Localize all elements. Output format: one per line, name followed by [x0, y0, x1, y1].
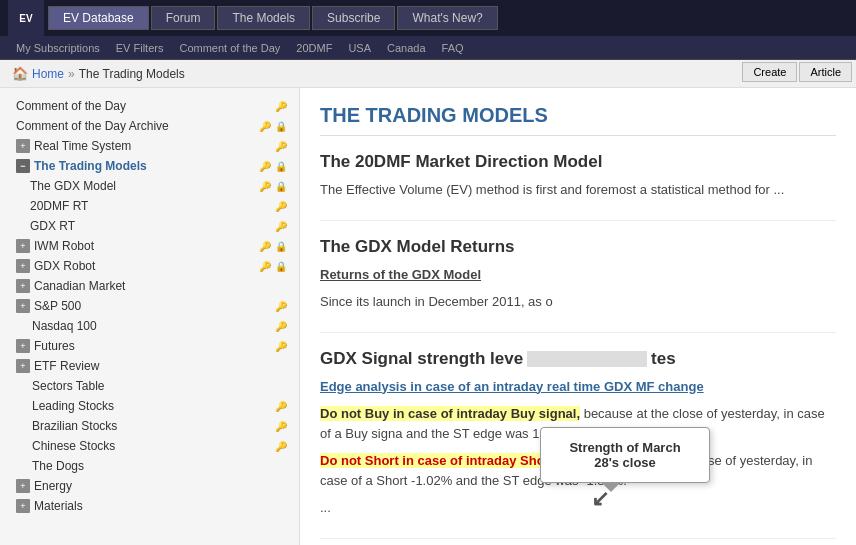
- nav-tab-whats-new[interactable]: What's New?: [397, 6, 497, 30]
- sub-nav-comment-of-day[interactable]: Comment of the Day: [171, 42, 288, 54]
- sub-nav-canada[interactable]: Canada: [379, 42, 434, 54]
- sidebar-item-leading-stocks[interactable]: Leading Stocks 🔑: [0, 396, 299, 416]
- key-icon-9: 🔑: [259, 261, 271, 272]
- expand-icon-can[interactable]: +: [16, 279, 30, 293]
- sidebar-item-sectors-table[interactable]: Sectors Table: [0, 376, 299, 396]
- nav-tab-the-models[interactable]: The Models: [217, 6, 310, 30]
- sidebar-item-energy[interactable]: + Energy: [0, 476, 299, 496]
- expand-icon-energy[interactable]: +: [16, 479, 30, 493]
- callout-text: Strength of March 28's close: [569, 440, 680, 470]
- ellipsis-text: ...: [320, 498, 836, 518]
- lock-icon-3: 🔒: [275, 181, 287, 192]
- energy-label: Energy: [34, 479, 287, 493]
- nav-tab-subscribe[interactable]: Subscribe: [312, 6, 395, 30]
- lock-icon-5: 🔒: [275, 261, 287, 272]
- sidebar-item-futures[interactable]: + Futures 🔑: [0, 336, 299, 356]
- sidebar-item-etf-review[interactable]: + ETF Review: [0, 356, 299, 376]
- nasdaq-label: Nasdaq 100: [16, 319, 271, 333]
- gdx-model-label: The GDX Model: [30, 179, 255, 193]
- sidebar-item-comment-of-day[interactable]: Comment of the Day 🔑: [0, 96, 299, 116]
- content-area: THE TRADING MODELS The 20DMF Market Dire…: [300, 88, 856, 545]
- section2-heading: The GDX Model Returns: [320, 237, 836, 257]
- sidebar: Comment of the Day 🔑 Comment of the Day …: [0, 88, 300, 545]
- key-icon-12: 🔑: [275, 341, 287, 352]
- key-icon-11: 🔑: [275, 321, 287, 332]
- sidebar-item-materials[interactable]: + Materials: [0, 496, 299, 516]
- sidebar-item-real-time-system[interactable]: + Real Time System 🔑: [0, 136, 299, 156]
- sidebar-item-brazilian-stocks[interactable]: Brazilian Stocks 🔑: [0, 416, 299, 436]
- sidebar-item-comment-archive[interactable]: Comment of the Day Archive 🔑 🔒: [0, 116, 299, 136]
- sub-nav-faq[interactable]: FAQ: [434, 42, 472, 54]
- expand-icon-iwm[interactable]: +: [16, 239, 30, 253]
- expand-icon-etf[interactable]: +: [16, 359, 30, 373]
- materials-label: Materials: [34, 499, 287, 513]
- breadcrumb-home[interactable]: Home: [32, 67, 64, 81]
- expand-icon-sp500[interactable]: +: [16, 299, 30, 313]
- key-icon-8: 🔑: [259, 241, 271, 252]
- futures-label: Futures: [34, 339, 271, 353]
- sub-nav-usa[interactable]: USA: [340, 42, 379, 54]
- create-button[interactable]: Create: [742, 62, 797, 82]
- leading-label: Leading Stocks: [16, 399, 271, 413]
- sub-navigation: My Subscriptions EV Filters Comment of t…: [0, 36, 856, 60]
- main-layout: Comment of the Day 🔑 Comment of the Day …: [0, 88, 856, 545]
- comment-day-label: Comment of the Day: [16, 99, 271, 113]
- page-title: THE TRADING MODELS: [320, 104, 836, 136]
- gdx-rt-label: GDX RT: [30, 219, 271, 233]
- nav-tab-ev-database[interactable]: EV Database: [48, 6, 149, 30]
- lock-icon-4: 🔒: [275, 241, 287, 252]
- sidebar-item-sp500[interactable]: + S&P 500 🔑: [0, 296, 299, 316]
- sidebar-item-20dmf-rt[interactable]: 20DMF RT 🔑: [0, 196, 299, 216]
- callout-box: Strength of March 28's close ↙: [540, 427, 710, 483]
- key-icon-13: 🔑: [275, 401, 287, 412]
- sp500-label: S&P 500: [34, 299, 271, 313]
- lock-icon-2: 🔒: [275, 161, 287, 172]
- comment-archive-label: Comment of the Day Archive: [16, 119, 255, 133]
- sub-nav-ev-filters[interactable]: EV Filters: [108, 42, 172, 54]
- section1-heading: The 20DMF Market Direction Model: [320, 152, 836, 172]
- key-icon-2: 🔑: [259, 121, 271, 132]
- key-icon-4: 🔑: [259, 161, 271, 172]
- expand-icon-gdxr[interactable]: +: [16, 259, 30, 273]
- key-icon-15: 🔑: [275, 441, 287, 452]
- section-gdx-returns: The GDX Model Returns Returns of the GDX…: [320, 237, 836, 333]
- sidebar-item-chinese-stocks[interactable]: Chinese Stocks 🔑: [0, 436, 299, 456]
- no-buy-highlight: Do not Buy in case of intraday Buy signa…: [320, 406, 580, 421]
- top-navigation: EV EV Database Forum The Models Subscrib…: [0, 0, 856, 36]
- sidebar-item-iwm-robot[interactable]: + IWM Robot 🔑 🔒: [0, 236, 299, 256]
- expand-icon-tm[interactable]: −: [16, 159, 30, 173]
- 20dmf-rt-label: 20DMF RT: [30, 199, 271, 213]
- sidebar-item-the-dogs[interactable]: The Dogs: [0, 456, 299, 476]
- tm-label: The Trading Models: [34, 159, 255, 173]
- key-icon-6: 🔑: [275, 201, 287, 212]
- breadcrumb-current: The Trading Models: [79, 67, 185, 81]
- breadcrumb-sep: »: [68, 67, 75, 81]
- sidebar-item-nasdaq100[interactable]: Nasdaq 100 🔑: [0, 316, 299, 336]
- section1-body: The Effective Volume (EV) method is firs…: [320, 180, 836, 200]
- chinese-label: Chinese Stocks: [16, 439, 271, 453]
- logo: EV: [8, 0, 44, 36]
- section2-subheading[interactable]: Returns of the GDX Model: [320, 265, 836, 285]
- sidebar-item-gdx-model[interactable]: The GDX Model 🔑 🔒: [0, 176, 299, 196]
- sub-nav-20dmf[interactable]: 20DMF: [288, 42, 340, 54]
- section2-body: Since its launch in December 2011, as o: [320, 292, 836, 312]
- sidebar-item-canadian-market[interactable]: + Canadian Market: [0, 276, 299, 296]
- lock-icon: 🔒: [275, 121, 287, 132]
- article-button[interactable]: Article: [799, 62, 852, 82]
- sidebar-item-trading-models[interactable]: − The Trading Models 🔑 🔒: [0, 156, 299, 176]
- sidebar-item-gdx-robot[interactable]: + GDX Robot 🔑 🔒: [0, 256, 299, 276]
- edge-analysis-link[interactable]: Edge analysis in case of an intraday rea…: [320, 379, 704, 394]
- key-icon-5: 🔑: [259, 181, 271, 192]
- iwm-label: IWM Robot: [34, 239, 255, 253]
- section-20dmf: The 20DMF Market Direction Model The Eff…: [320, 152, 836, 221]
- expand-icon-rts[interactable]: +: [16, 139, 30, 153]
- expand-icon-materials[interactable]: +: [16, 499, 30, 513]
- key-icon-3: 🔑: [275, 141, 287, 152]
- sub-nav-my-subscriptions[interactable]: My Subscriptions: [8, 42, 108, 54]
- nav-tab-forum[interactable]: Forum: [151, 6, 216, 30]
- home-icon: 🏠: [12, 66, 28, 81]
- can-label: Canadian Market: [34, 279, 287, 293]
- sidebar-item-gdx-rt[interactable]: GDX RT 🔑: [0, 216, 299, 236]
- gdxr-label: GDX Robot: [34, 259, 255, 273]
- expand-icon-futures[interactable]: +: [16, 339, 30, 353]
